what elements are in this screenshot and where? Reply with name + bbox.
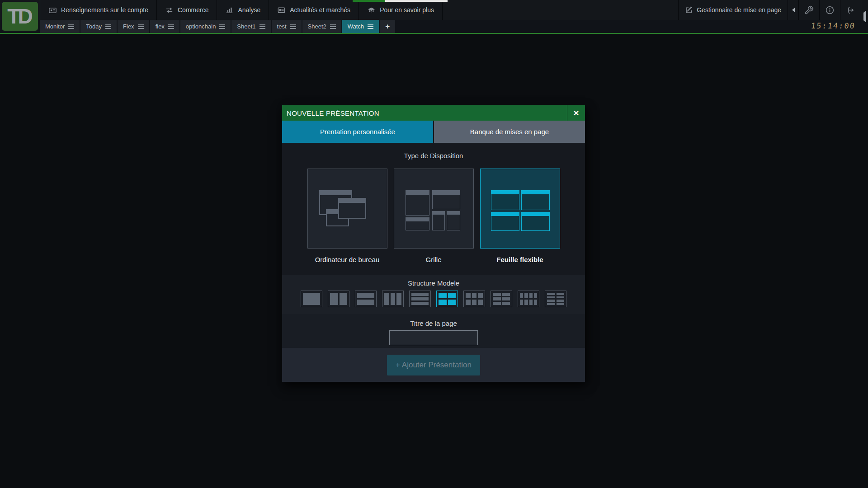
tab-menu-icon[interactable] (368, 24, 373, 29)
structure-option-3-rows[interactable] (409, 291, 431, 307)
main-menu: Renseignements sur le compte Commerce An… (40, 0, 443, 20)
menu-item-account-info[interactable]: Renseignements sur le compte (40, 0, 157, 20)
layout-option-flexible-sheet-selected[interactable] (480, 169, 560, 249)
layout-manager-label: Gestionnaire de mise en page (697, 6, 781, 14)
menu-item-label: Analyse (238, 6, 260, 14)
structure-option-2-rows[interactable] (355, 291, 377, 307)
tab-layout-bank[interactable]: Banque de mises en page (433, 121, 585, 143)
collapse-left-button[interactable] (788, 0, 798, 20)
menu-item-label: Actualités et marchés (290, 6, 350, 14)
session-clock: 15:14:00 (811, 21, 856, 30)
dialog-footer: + Ajouter Présentation (282, 348, 585, 382)
tab-menu-icon[interactable] (168, 24, 174, 29)
chevron-left-icon (792, 8, 795, 12)
wrench-icon (804, 5, 814, 15)
chevron-left-icon (863, 10, 866, 23)
tab-menu-icon[interactable] (68, 24, 74, 29)
tab-menu-icon[interactable] (219, 24, 225, 29)
new-presentation-dialog: NOUVELLE PRÉSENTATION × Prentation perso… (282, 105, 585, 382)
tab-custom-presentation[interactable]: Prentation personnalisée (282, 121, 433, 143)
page-title-heading: Titre de la page (282, 319, 585, 327)
structure-option-3x2-grid[interactable] (463, 291, 485, 307)
tab-sheet2[interactable]: Sheet2 (302, 20, 341, 33)
structure-option-2x4-grid[interactable] (545, 291, 566, 307)
layout-type-section: Type de Disposition (282, 143, 585, 275)
layout-type-heading: Type de Disposition (282, 152, 585, 160)
cascade-window-icon (338, 198, 366, 219)
trade-arrows-icon (165, 6, 174, 14)
structure-section: Structure Modele (282, 275, 585, 314)
tab-menu-icon[interactable] (105, 24, 111, 29)
top-accent-green-bar (353, 0, 385, 2)
tab-label: flex (156, 23, 165, 30)
layout-type-labels: Ordinateur de bureau Grille Feuille flex… (282, 256, 585, 263)
tab-test[interactable]: test (272, 20, 302, 33)
tab-sheet1[interactable]: Sheet1 (231, 20, 270, 33)
flex-window-icon (491, 212, 519, 231)
layout-manager-button[interactable]: Gestionnaire de mise en page (678, 0, 788, 20)
label-grid: Grille (394, 256, 474, 263)
structure-option-2x3-grid[interactable] (491, 291, 512, 307)
label-desktop: Ordinateur de bureau (307, 256, 387, 263)
layout-type-cards (282, 169, 585, 249)
sheet-tabs: Monitor Today Flex flex optionchain Shee… (40, 20, 395, 33)
dialog-tabs: Prentation personnalisée Banque de mises… (282, 121, 585, 143)
menu-item-news-markets[interactable]: Actualités et marchés (269, 0, 359, 20)
graduation-cap-icon (367, 6, 376, 14)
collapse-panel-button[interactable] (863, 13, 866, 21)
tab-label: Sheet1 (237, 23, 255, 30)
tab-flex-1[interactable]: Flex (118, 20, 149, 33)
add-tab-button[interactable]: + (380, 20, 395, 33)
tab-label: optionchain (186, 23, 216, 30)
menu-item-learn-more[interactable]: Pour en savoir plus (359, 0, 443, 20)
tab-monitor[interactable]: Monitor (40, 20, 80, 33)
tab-menu-icon[interactable] (290, 24, 296, 29)
close-icon[interactable]: × (567, 105, 585, 121)
topbar-spacer (443, 0, 678, 20)
menu-item-analyze[interactable]: Analyse (217, 0, 269, 20)
tab-label: Watch (348, 23, 364, 30)
structure-option-3-columns[interactable] (382, 291, 404, 307)
account-card-icon (48, 6, 57, 14)
info-icon (825, 5, 835, 15)
grid-panel-icon (447, 211, 460, 230)
structure-options (282, 291, 585, 307)
tab-label: Sheet2 (308, 23, 326, 30)
tab-menu-icon[interactable] (138, 24, 144, 29)
bar-chart-icon (225, 6, 234, 14)
menu-item-trade[interactable]: Commerce (157, 0, 217, 20)
logout-icon (846, 5, 855, 15)
structure-option-4x2-grid[interactable] (518, 291, 539, 307)
tab-label: Monitor (45, 23, 65, 30)
tab-label: Today (86, 23, 102, 30)
structure-heading: Structure Modele (282, 279, 585, 287)
grid-panel-icon (406, 217, 429, 230)
dialog-header: NOUVELLE PRÉSENTATION × (282, 105, 585, 121)
menu-item-label: Commerce (178, 6, 208, 14)
page-title-section: Titre de la page (282, 314, 585, 348)
layout-option-desktop[interactable] (307, 169, 387, 249)
structure-option-2x2-grid-selected[interactable] (436, 291, 458, 307)
logout-button[interactable] (840, 0, 861, 20)
top-menu-bar: Renseignements sur le compte Commerce An… (0, 0, 868, 20)
td-logo: TD (2, 2, 38, 31)
tab-watch-active[interactable]: Watch (342, 20, 379, 33)
dialog-title: NOUVELLE PRÉSENTATION (282, 109, 567, 117)
flex-window-icon (521, 212, 550, 231)
tab-menu-icon[interactable] (259, 24, 265, 29)
tab-optionchain[interactable]: optionchain (180, 20, 231, 33)
structure-option-2-columns[interactable] (328, 291, 349, 307)
info-button[interactable] (819, 0, 840, 20)
tab-flex-2[interactable]: flex (150, 20, 179, 33)
label-flexible-sheet: Feuille flexible (480, 256, 560, 263)
tab-today[interactable]: Today (80, 20, 117, 33)
add-presentation-button[interactable]: + Ajouter Présentation (387, 355, 480, 375)
top-accent-white-bar (385, 0, 448, 2)
grid-panel-icon (432, 211, 445, 230)
structure-option-single[interactable] (301, 291, 322, 307)
page-title-input[interactable] (389, 330, 478, 345)
settings-wrench-button[interactable] (798, 0, 819, 20)
news-icon (277, 6, 286, 14)
layout-option-grid[interactable] (394, 169, 474, 249)
tab-menu-icon[interactable] (330, 24, 336, 29)
